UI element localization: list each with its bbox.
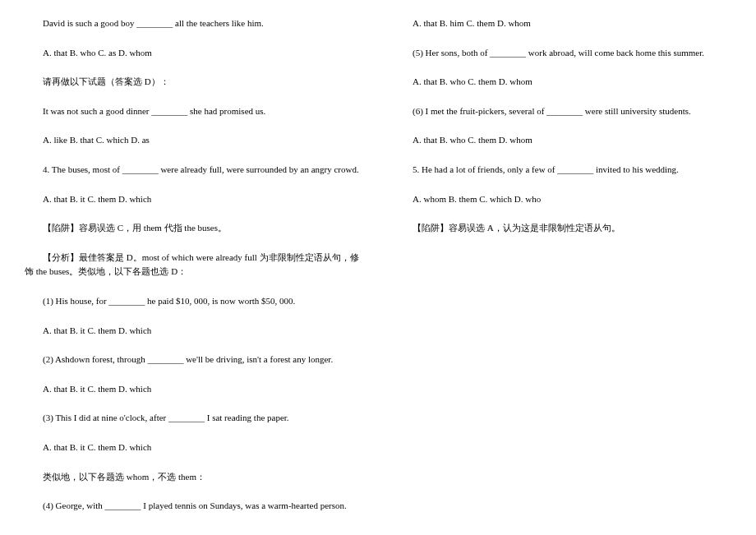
answer-options: A. like B. that C. which D. as <box>25 133 362 148</box>
answer-options: A. that B. him C. them D. whom <box>394 16 731 31</box>
question-sentence: 5. He had a lot of friends, only a few o… <box>394 163 731 178</box>
trap-explanation: 【陷阱】容易误选 A，认为这是非限制性定语从句。 <box>394 221 731 236</box>
analysis-explanation: 【分析】最佳答案是 D。most of which were already f… <box>25 251 362 279</box>
question-sentence: (3) This I did at nine o'clock, after __… <box>25 411 362 426</box>
answer-options: A. that B. it C. them D. which <box>25 440 362 455</box>
question-sentence: It was not such a good dinner ________ s… <box>25 104 362 119</box>
answer-options: A. that B. who C. as D. whom <box>25 46 362 61</box>
answer-options: A. whom B. them C. which D. who <box>394 192 731 207</box>
instruction-text: 请再做以下试题（答案选 D）： <box>25 75 362 90</box>
answer-options: A. that B. who C. them D. whom <box>394 75 731 90</box>
answer-options: A. that B. it C. them D. which <box>25 382 362 397</box>
answer-options: A. that B. who C. them D. whom <box>394 133 731 148</box>
question-sentence: (5) Her sons, both of ________ work abro… <box>394 46 731 61</box>
answer-options: A. that B. it C. them D. which <box>25 324 362 339</box>
instruction-text: 类似地，以下各题选 whom，不选 them： <box>25 470 362 485</box>
trap-explanation: 【陷阱】容易误选 C，用 them 代指 the buses。 <box>25 221 362 236</box>
question-sentence: (2) Ashdown forest, through ________ we'… <box>25 353 362 367</box>
question-sentence: (4) George, with ________ I played tenni… <box>25 499 362 514</box>
question-sentence: David is such a good boy ________ all th… <box>25 16 362 31</box>
question-sentence: (1) His house, for ________ he paid $10,… <box>25 294 362 309</box>
answer-options: A. that B. it C. them D. which <box>25 192 362 207</box>
question-sentence: 4. The buses, most of ________ were alre… <box>25 163 362 178</box>
question-sentence: (6) I met the fruit-pickers, several of … <box>394 104 731 119</box>
